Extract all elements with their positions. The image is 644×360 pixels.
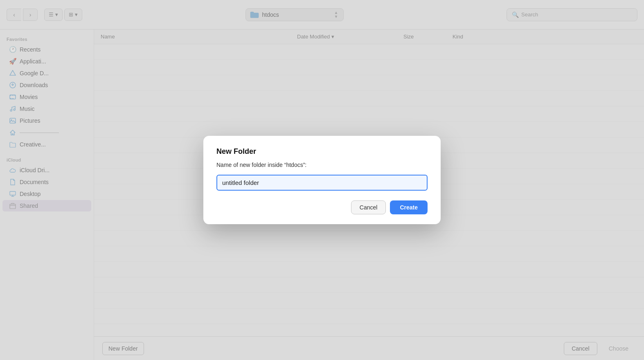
modal-buttons: Cancel Create bbox=[216, 200, 428, 214]
finder-window: ‹ › ☰ ▾ ⊞ ▾ htdocs ▲ bbox=[0, 0, 644, 360]
modal-cancel-button[interactable]: Cancel bbox=[351, 200, 386, 214]
modal-create-button[interactable]: Create bbox=[390, 200, 428, 214]
folder-name-input[interactable] bbox=[216, 175, 428, 191]
new-folder-modal: New Folder Name of new folder inside “ht… bbox=[203, 136, 441, 224]
modal-overlay: New Folder Name of new folder inside “ht… bbox=[0, 0, 644, 360]
modal-title: New Folder bbox=[216, 147, 428, 156]
modal-description: Name of new folder inside “htdocs”: bbox=[216, 162, 428, 168]
